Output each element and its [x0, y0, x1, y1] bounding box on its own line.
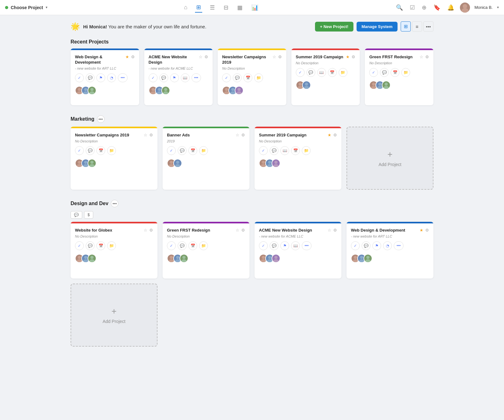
- card-action-cal[interactable]: 📅: [96, 146, 105, 155]
- list-view-button[interactable]: ≡: [412, 21, 422, 32]
- card-action-more[interactable]: •••: [394, 241, 404, 250]
- grid-icon[interactable]: ⊞: [195, 3, 202, 13]
- new-project-button[interactable]: + New Project!: [315, 22, 353, 32]
- gear-icon[interactable]: ⚙: [333, 228, 337, 233]
- card-action-check[interactable]: ✓: [351, 241, 360, 250]
- card-action-cal[interactable]: 📅: [188, 146, 197, 155]
- card-action-folder[interactable]: 📁: [107, 241, 116, 250]
- star-icon[interactable]: ☆: [328, 228, 331, 233]
- gear-icon[interactable]: ⚙: [241, 228, 245, 233]
- card-action-check[interactable]: ✓: [259, 146, 268, 155]
- home-icon[interactable]: ⌂: [183, 3, 189, 12]
- gear-icon[interactable]: ⚙: [149, 133, 153, 137]
- add-project-card[interactable]: + Add Project: [71, 284, 158, 347]
- star-icon[interactable]: ★: [125, 55, 129, 59]
- star-icon[interactable]: ★: [346, 55, 350, 59]
- add-project-card[interactable]: + Add Project: [346, 127, 433, 190]
- card-action-chat[interactable]: 💬: [270, 241, 278, 250]
- card-action-check[interactable]: ✓: [75, 241, 84, 250]
- card-action-check[interactable]: ✓: [75, 73, 84, 82]
- card-action-folder[interactable]: 📁: [401, 68, 410, 77]
- card-action-flag[interactable]: ⚑: [372, 241, 381, 250]
- card-action-check[interactable]: ✓: [259, 241, 268, 250]
- card-action-folder[interactable]: 📁: [339, 68, 347, 77]
- card-action-cal[interactable]: 📅: [291, 146, 300, 155]
- card-action-chat[interactable]: 💬: [362, 241, 370, 250]
- card-action-folder[interactable]: 📁: [199, 241, 208, 250]
- card-action-cal[interactable]: 📅: [391, 68, 399, 77]
- table-icon[interactable]: ▦: [236, 3, 244, 12]
- star-icon[interactable]: ☆: [199, 55, 203, 59]
- card-action-book[interactable]: 📖: [181, 73, 190, 82]
- card-action-flag[interactable]: ⚑: [96, 73, 105, 82]
- manage-system-button[interactable]: Manage System: [357, 22, 398, 32]
- card-action-check[interactable]: ✓: [296, 68, 305, 77]
- gear-icon[interactable]: ⚙: [131, 55, 135, 59]
- star-icon[interactable]: ☆: [144, 228, 147, 233]
- card-action-more[interactable]: •••: [118, 73, 128, 82]
- card-action-cal[interactable]: 📅: [243, 73, 252, 82]
- card-action-folder[interactable]: 📁: [302, 146, 311, 155]
- section-tag[interactable]: 💬: [71, 211, 82, 219]
- star-icon[interactable]: ☆: [144, 133, 147, 137]
- card-action-check[interactable]: ✓: [222, 73, 231, 82]
- star-icon[interactable]: ★: [328, 133, 331, 137]
- card-action-chat[interactable]: 💬: [86, 73, 94, 82]
- gear-icon[interactable]: ⚙: [241, 133, 245, 137]
- card-action-chat[interactable]: 💬: [306, 68, 315, 77]
- card-action-chat[interactable]: 💬: [270, 146, 278, 155]
- star-icon[interactable]: ☆: [236, 133, 239, 137]
- section-tag[interactable]: $: [84, 211, 93, 219]
- gear-icon[interactable]: ⚙: [352, 55, 355, 59]
- card-action-folder[interactable]: 📁: [199, 146, 208, 155]
- card-action-more[interactable]: •••: [192, 73, 201, 82]
- card-action-book[interactable]: 📖: [291, 241, 300, 250]
- card-action-folder[interactable]: 📁: [107, 146, 116, 155]
- card-action-cal[interactable]: 📅: [188, 241, 197, 250]
- gear-icon[interactable]: ⚙: [149, 228, 153, 233]
- chart-icon[interactable]: 📊: [250, 3, 260, 12]
- card-action-folder[interactable]: 📁: [254, 73, 263, 82]
- card-action-clock[interactable]: ◔: [383, 241, 392, 250]
- section-more-button[interactable]: •••: [97, 115, 105, 123]
- grid-view-button[interactable]: ⊞: [401, 21, 411, 32]
- gear-icon[interactable]: ⚙: [425, 228, 429, 233]
- tasks-icon[interactable]: ☑: [409, 3, 416, 12]
- card-action-chat[interactable]: 💬: [178, 146, 186, 155]
- card-action-cal[interactable]: 📅: [96, 241, 105, 250]
- notification-icon[interactable]: 🔔: [446, 3, 455, 12]
- list-icon[interactable]: ☰: [209, 3, 216, 12]
- user-name-label[interactable]: Monica B.: [474, 5, 493, 10]
- card-action-more[interactable]: •••: [302, 241, 312, 250]
- card-action-cal[interactable]: 📅: [328, 68, 337, 77]
- user-avatar[interactable]: [460, 3, 470, 13]
- card-action-chat[interactable]: 💬: [86, 241, 94, 250]
- card-action-flag[interactable]: ⚑: [280, 241, 289, 250]
- star-icon[interactable]: ☆: [236, 228, 239, 233]
- star-icon[interactable]: ☆: [272, 55, 276, 59]
- more-view-button[interactable]: •••: [423, 21, 433, 32]
- add-icon[interactable]: ⊕: [421, 3, 428, 12]
- gear-icon[interactable]: ⚙: [204, 55, 208, 59]
- search-icon[interactable]: 🔍: [395, 3, 404, 12]
- card-action-flag[interactable]: ⚑: [170, 73, 179, 82]
- card-action-chat[interactable]: 💬: [159, 73, 168, 82]
- section-more-button[interactable]: •••: [111, 200, 118, 207]
- card-action-book[interactable]: 📖: [280, 146, 289, 155]
- card-action-check[interactable]: ✓: [369, 68, 378, 77]
- card-action-chat[interactable]: 💬: [86, 146, 94, 155]
- card-action-check[interactable]: ✓: [75, 146, 84, 155]
- card-action-chat[interactable]: 💬: [233, 73, 242, 82]
- bookmark-icon[interactable]: 🔖: [432, 3, 442, 12]
- card-action-clock[interactable]: ◔: [107, 73, 116, 82]
- card-action-chat[interactable]: 💬: [178, 241, 186, 250]
- card-action-book[interactable]: 📖: [317, 68, 326, 77]
- gear-icon[interactable]: ⚙: [278, 55, 282, 59]
- gear-icon[interactable]: ⚙: [333, 133, 337, 137]
- card-action-chat[interactable]: 💬: [380, 68, 389, 77]
- card-action-check[interactable]: ✓: [167, 241, 176, 250]
- choose-project-label[interactable]: Choose Project: [11, 5, 43, 10]
- card-action-check[interactable]: ✓: [167, 146, 176, 155]
- star-icon[interactable]: ★: [420, 228, 423, 233]
- apps-icon[interactable]: ⊟: [222, 3, 230, 12]
